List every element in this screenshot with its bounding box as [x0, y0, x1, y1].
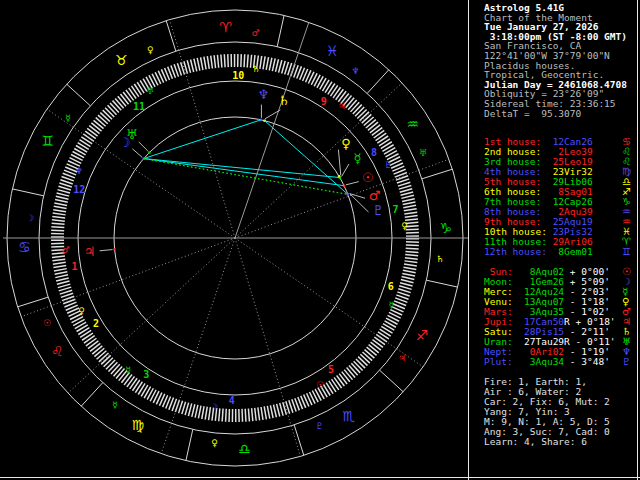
house-number-4: 4 — [229, 395, 235, 406]
sign-glyph-sagittarius-icon: ♐ — [416, 327, 429, 343]
house-number-11: 11 — [133, 101, 145, 112]
planet-pointer-line — [265, 110, 280, 119]
planet-glyph-neptune-icon: ♆ — [258, 87, 270, 102]
house-number-12: 12 — [73, 184, 85, 195]
planet-position-list: Sun: 8Aqu02 + 0°00'☉Moon: 1Gem26 + 5°09'… — [484, 267, 616, 367]
sign-glyph-virgo-icon: ♍ — [132, 417, 145, 433]
planet-glyph-mercury-icon: ☿ — [353, 151, 361, 166]
house-ruler-glyph-icon: ♄ — [252, 64, 260, 74]
house-label: 12th house: — [484, 246, 553, 257]
sign-ruler-glyph-icon: ♄ — [436, 254, 444, 264]
house-number-5: 5 — [328, 364, 334, 375]
house-ruler-glyph-icon: ♀ — [78, 306, 85, 316]
planet-glyph-pluto-icon: ♇ — [622, 357, 631, 367]
house-cusp-spoke-11 — [170, 20, 235, 238]
house-number-2: 2 — [93, 318, 99, 329]
house-ruler-glyph-icon: ♀ — [401, 221, 408, 231]
house-number-1: 1 — [72, 261, 78, 272]
planet-pointer-line — [100, 250, 113, 251]
sign-ruler-glyph-icon: ☽ — [26, 213, 34, 223]
house-number-10: 10 — [232, 70, 244, 81]
sign-glyph-capricorn-icon: ♑ — [440, 220, 453, 236]
chart-info: Astrolog 5.41GChart of the MomentTue Jan… — [484, 3, 627, 118]
sign-glyph-taurus-icon: ♉ — [115, 52, 128, 68]
planet-position-value: 3Aqu34 — [524, 356, 564, 367]
planet-row-pluto: Plut: 3Aqu34 - 3°48'♇ — [484, 357, 616, 367]
planet-pointer-line — [342, 164, 350, 177]
sign-boundary — [294, 425, 304, 456]
sign-boundary — [81, 383, 103, 407]
sign-boundary — [186, 429, 193, 460]
sign-glyph-gemini-icon: ♊ — [41, 133, 54, 149]
info-sidebar: Astrolog 5.41GChart of the MomentTue Jan… — [470, 0, 638, 480]
planet-pointer-line — [132, 149, 142, 158]
house-cusp-spoke-5 — [235, 238, 300, 456]
chart-wheel[interactable]: ♈♂♉♀♊☿♋☽♌☉♍☿♎♀♏♇♐♃♑♄♒♅♓♆1♂2♀3☿4☽5☉6☿7♀8♇… — [0, 0, 468, 480]
planet-glyph-sun-icon: ☉ — [362, 170, 374, 185]
house-number-8: 8 — [371, 147, 377, 158]
sign-ruler-glyph-icon: ♆ — [351, 66, 359, 76]
house-ruler-glyph-icon: ☿ — [388, 300, 394, 310]
planet-position-dot-jupiter — [113, 248, 115, 250]
house-ruler-glyph-icon: ☽ — [210, 402, 218, 412]
planet-motion-value: - 3°48' — [564, 356, 610, 367]
house-ruler-glyph-icon: ♆ — [75, 166, 83, 176]
planet-glyph-saturn-icon: ♄ — [278, 93, 290, 108]
aspect-line-moon-pluto — [144, 159, 348, 195]
sign-ruler-glyph-icon: ♃ — [398, 353, 406, 363]
ic-axis — [161, 238, 235, 454]
house-cusp-spoke-6 — [235, 238, 423, 367]
sign-boundary — [422, 169, 453, 179]
house-ruler-glyph-icon: ☿ — [125, 365, 131, 375]
planet-pointer-line — [346, 182, 359, 185]
planet-position-dot-uranus — [148, 151, 150, 153]
aspect-line-saturn-mars — [265, 121, 348, 195]
sign-glyph-aries-icon: ♈ — [219, 19, 232, 35]
sign-ruler-glyph-icon: ♅ — [419, 148, 427, 158]
sign-glyph-cancer-icon: ♋ — [18, 239, 31, 255]
sign-glyph-scorpio-icon: ♏ — [342, 408, 355, 424]
planet-label: Plut: — [484, 356, 524, 367]
astrolog-window: ♈♂♉♀♊☿♋☽♌☉♍☿♎♀♏♇♐♃♑♄♒♅♓♆1♂2♀3☿4☽5☉6☿7♀8♇… — [0, 0, 640, 480]
house-row-12: 12th house: 8Gem01♊ — [484, 247, 593, 257]
house-cusp-list: 1st house: 12Can26♋2nd house: 2Leo39♌3rd… — [484, 137, 593, 257]
mc-axis — [235, 22, 309, 238]
planet-glyph-pluto-icon: ♇ — [372, 203, 384, 218]
planet-glyph-venus-icon: ♀ — [341, 136, 351, 151]
sign-glyph-gem-icon: ♊ — [622, 247, 631, 257]
sign-boundary — [380, 370, 404, 392]
planet-glyph-uranus-icon: ♅ — [126, 127, 138, 142]
planet-pointer-line — [139, 142, 148, 151]
planet-pointer-line — [338, 150, 340, 176]
sign-ruler-glyph-icon: ♀ — [147, 45, 154, 55]
planet-glyph-mars-icon: ♂ — [369, 188, 381, 203]
sign-boundary — [277, 15, 284, 46]
house-ruler-glyph-icon: ♂ — [61, 245, 69, 255]
sign-ruler-glyph-icon: ♇ — [316, 421, 324, 431]
sign-ruler-glyph-icon: ♀ — [211, 438, 218, 448]
sign-glyph-aquarius-icon: ♒ — [407, 116, 420, 132]
panel-divider — [468, 0, 469, 480]
sign-ruler-glyph-icon: ☿ — [112, 400, 118, 410]
sign-glyph-pisces-icon: ♓ — [326, 43, 339, 59]
sign-ruler-glyph-icon: ♂ — [252, 28, 260, 38]
aspect-line-moon-neptune — [144, 120, 261, 159]
sign-boundary — [18, 297, 49, 307]
sign-boundary — [67, 84, 91, 106]
house-ruler-glyph-icon: ♃ — [338, 101, 346, 111]
sign-glyph-leo-icon: ♌ — [51, 343, 64, 359]
stats-line-7: Learn: 4, Share: 6 — [484, 437, 610, 447]
sign-ruler-glyph-icon: ☿ — [65, 113, 71, 123]
house-number-3: 3 — [143, 369, 149, 380]
sign-boundary — [367, 70, 389, 94]
sign-glyph-libra-icon: ♎ — [238, 441, 251, 457]
house-number-6: 6 — [388, 281, 394, 292]
aspect-line-moon-sun — [144, 159, 344, 186]
sign-boundary — [426, 280, 457, 287]
house-cusp-value: 8Gem01 — [553, 246, 593, 257]
planet-glyph-jupiter-icon: ♃ — [84, 244, 96, 259]
sign-boundary — [166, 21, 176, 52]
house-cusp-spoke-3 — [68, 238, 235, 393]
house-ruler-glyph-icon: ♅ — [146, 86, 154, 96]
chart-info-line-12: DeltaT = 95.3070 — [484, 109, 627, 119]
